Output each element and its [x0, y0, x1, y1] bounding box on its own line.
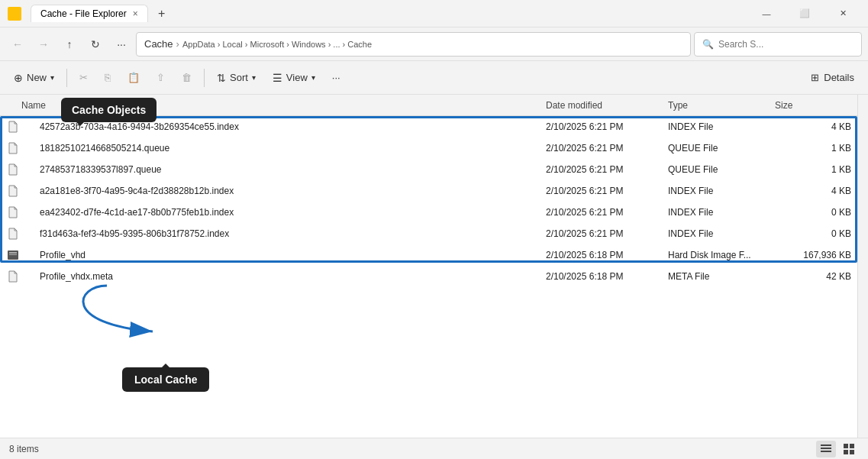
sort-dropdown-icon: ▾ — [252, 73, 256, 82]
svg-rect-6 — [821, 451, 831, 452]
app-icon — [8, 7, 21, 21]
file-date: 2/10/2025 6:21 PM — [546, 186, 668, 196]
table-row[interactable]: 18182510214668505214.queue 2/10/2025 6:2… — [0, 137, 857, 159]
file-date: 2/10/2025 6:21 PM — [546, 164, 668, 175]
file-name: ea423402-d7fe-4c1d-ae17-8b0b775feb1b.ind… — [24, 207, 546, 218]
file-size: 42 KB — [775, 271, 851, 282]
file-name: 42572a3b-703a-4a16-9494-3b269354ce55.ind… — [24, 121, 546, 132]
refresh-button[interactable]: ↻ — [84, 33, 107, 56]
toolbar: ⊕ New ▾ ✂ ⎘ 📋 ⇧ 🗑 ⇅ Sort ▾ ☰ View ▾ ··· … — [0, 61, 868, 95]
more-navigation-button[interactable]: ··· — [110, 33, 133, 56]
file-type: QUEUE File — [668, 164, 775, 175]
delete-button[interactable]: 🗑 — [174, 68, 199, 87]
copy-icon: ⎘ — [105, 72, 111, 83]
file-icon — [6, 141, 20, 155]
file-type: INDEX File — [668, 228, 775, 239]
sort-button[interactable]: ⇅ Sort ▾ — [209, 68, 263, 88]
items-count: 8 items — [9, 444, 39, 454]
breadcrumb-cache: Cache — [144, 38, 173, 50]
title-bar: Cache - File Explorer × + — ⬜ ✕ — [0, 0, 868, 27]
breadcrumb[interactable]: Cache › AppData › Local › Microsoft › Wi… — [136, 32, 691, 57]
col-header-size[interactable]: Size — [775, 100, 851, 111]
status-bar: 8 items — [0, 438, 868, 459]
more-icon: ··· — [332, 72, 340, 83]
search-icon: 🔍 — [702, 39, 714, 50]
file-name: 274853718339537l897.queue — [24, 164, 546, 175]
file-type: Hard Disk Image F... — [668, 250, 775, 260]
file-date: 2/10/2025 6:21 PM — [546, 121, 668, 132]
address-bar: ← → ↑ ↻ ··· Cache › AppData › Local › Mi… — [0, 27, 868, 61]
table-row[interactable]: 274853718339537l897.queue 2/10/2025 6:21… — [0, 159, 857, 180]
table-row[interactable]: f31d463a-fef3-4b95-9395-806b31f78752.ind… — [0, 223, 857, 244]
file-size: 0 KB — [775, 207, 851, 218]
svg-rect-9 — [844, 450, 848, 454]
file-type: QUEUE File — [668, 143, 775, 154]
details-label: Details — [824, 72, 854, 83]
grid-view-button[interactable] — [839, 441, 859, 457]
copy-button[interactable]: ⎘ — [97, 68, 118, 87]
table-row[interactable]: ea423402-d7fe-4c1d-ae17-8b0b775feb1b.ind… — [0, 202, 857, 223]
new-button[interactable]: ⊕ New ▾ — [6, 68, 62, 88]
file-date: 2/10/2025 6:18 PM — [546, 271, 668, 282]
file-icon — [6, 270, 20, 283]
table-row[interactable]: Profile_vhd 2/10/2025 6:18 PM Hard Disk … — [0, 244, 857, 266]
details-button[interactable]: ⊞ Details — [803, 68, 862, 87]
file-size: 1 KB — [775, 164, 851, 175]
view-dropdown-icon: ▾ — [311, 73, 315, 82]
cut-icon: ✂ — [79, 72, 88, 83]
file-date: 2/10/2025 6:18 PM — [546, 250, 668, 260]
file-type: INDEX File — [668, 207, 775, 218]
up-button[interactable]: ↑ — [58, 33, 81, 56]
list-view-button[interactable] — [816, 441, 836, 457]
view-button[interactable]: ☰ View ▾ — [265, 68, 323, 88]
forward-button[interactable]: → — [32, 33, 55, 56]
file-date: 2/10/2025 6:21 PM — [546, 143, 668, 154]
file-size: 0 KB — [775, 228, 851, 239]
close-button[interactable]: ✕ — [825, 2, 860, 25]
sort-icon: ⇅ — [217, 72, 226, 84]
delete-icon: 🗑 — [182, 72, 192, 83]
table-row[interactable]: a2a181e8-3f70-4a95-9c4a-f2d38828b12b.ind… — [0, 180, 857, 202]
view-label: View — [286, 72, 308, 83]
maximize-button[interactable]: ⬜ — [787, 2, 822, 25]
breadcrumb-path: AppData › Local › Microsoft › Windows › … — [182, 40, 372, 49]
file-icon — [6, 184, 20, 198]
file-size: 1 KB — [775, 143, 851, 154]
svg-rect-2 — [9, 254, 17, 255]
svg-rect-1 — [9, 252, 17, 254]
search-box[interactable]: 🔍 — [694, 32, 862, 57]
breadcrumb-separator: › — [176, 38, 179, 50]
table-row[interactable]: Profile_vhdx.meta 2/10/2025 6:18 PM META… — [0, 266, 857, 287]
back-button[interactable]: ← — [6, 33, 29, 56]
new-tab-button[interactable]: + — [151, 3, 173, 24]
file-type: META File — [668, 271, 775, 282]
svg-rect-7 — [844, 444, 848, 448]
col-header-type[interactable]: Type — [668, 100, 775, 111]
svg-rect-10 — [850, 450, 854, 454]
paste-icon: 📋 — [127, 72, 140, 83]
main-area: Name Date modified Type Size 42572a3b-70… — [0, 95, 868, 438]
file-date: 2/10/2025 6:21 PM — [546, 207, 668, 218]
paste-button[interactable]: 📋 — [120, 68, 147, 87]
sort-label: Sort — [230, 72, 248, 83]
view-icon: ☰ — [273, 72, 282, 84]
tab-active[interactable]: Cache - File Explorer × — [31, 5, 148, 22]
file-name: Profile_vhd — [24, 250, 546, 260]
search-input[interactable] — [718, 39, 853, 50]
tab-close-button[interactable]: × — [133, 8, 138, 19]
cache-objects-tooltip: Cache Objects — [61, 98, 156, 122]
file-size: 4 KB — [775, 186, 851, 196]
file-icon — [6, 248, 20, 262]
col-header-date[interactable]: Date modified — [546, 100, 668, 111]
file-name: 18182510214668505214.queue — [24, 143, 546, 154]
more-options-button[interactable]: ··· — [324, 68, 348, 87]
file-type: INDEX File — [668, 121, 775, 132]
share-button[interactable]: ⇧ — [149, 68, 173, 87]
cut-button[interactable]: ✂ — [72, 68, 95, 87]
file-name: Profile_vhdx.meta — [24, 271, 546, 282]
minimize-button[interactable]: — — [749, 2, 784, 25]
file-size: 167,936 KB — [775, 250, 851, 260]
scrollbar[interactable] — [857, 95, 868, 438]
file-name: a2a181e8-3f70-4a95-9c4a-f2d38828b12b.ind… — [24, 186, 546, 196]
file-date: 2/10/2025 6:21 PM — [546, 228, 668, 239]
